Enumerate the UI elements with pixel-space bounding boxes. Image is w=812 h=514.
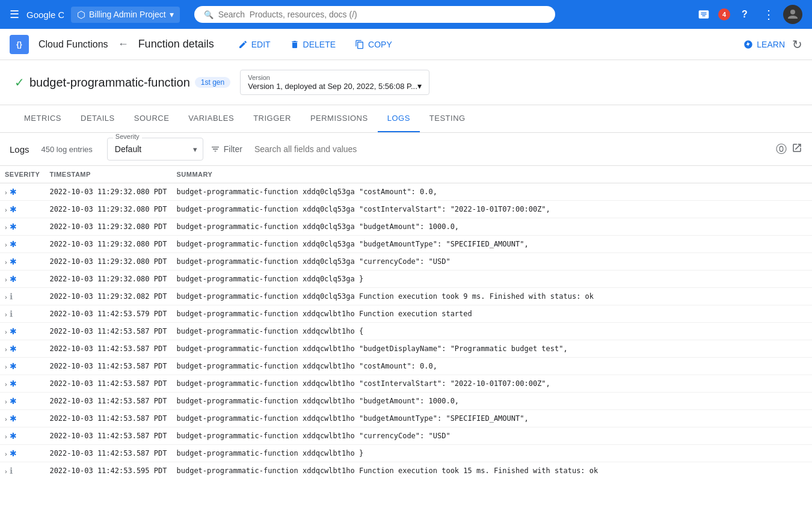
edit-button[interactable]: EDIT — [231, 36, 278, 53]
timestamp-cell: 2022-10-03 11:29:32.080 PDT — [45, 271, 171, 288]
severity-cell: ›✱ — [0, 340, 45, 358]
tab-source[interactable]: SOURCE — [125, 105, 179, 132]
copy-button[interactable]: COPY — [348, 36, 399, 53]
user-avatar[interactable] — [783, 5, 802, 24]
summary-cell: budget-programmatic-function xddq0clq53g… — [171, 236, 812, 253]
severity-icon: ℹ — [10, 309, 13, 319]
table-row[interactable]: ›✱2022-10-03 11:29:32.080 PDTbudget-prog… — [0, 183, 812, 201]
severity-icon: ℹ — [10, 292, 13, 301]
row-expand-btn[interactable]: › — [5, 346, 7, 353]
row-expand-btn[interactable]: › — [5, 381, 7, 388]
severity-cell: ›✱ — [0, 393, 45, 410]
delete-icon — [290, 40, 300, 49]
row-expand-btn[interactable]: › — [5, 241, 7, 248]
timestamp-cell: 2022-10-03 11:42:53.587 PDT — [45, 358, 171, 375]
row-expand-btn[interactable]: › — [5, 189, 7, 196]
table-row[interactable]: ›✱2022-10-03 11:29:32.080 PDTbudget-prog… — [0, 271, 812, 288]
severity-icon: ✱ — [10, 204, 17, 214]
severity-icon: ✱ — [10, 222, 17, 231]
row-expand-btn[interactable]: › — [5, 363, 7, 370]
row-expand-btn[interactable]: › — [5, 415, 7, 423]
summary-cell: budget-programmatic-function xddqcwlbt1h… — [171, 323, 812, 340]
learn-button[interactable]: LEARN — [743, 40, 785, 49]
version-label: Version — [248, 74, 270, 81]
row-expand-btn[interactable]: › — [5, 468, 7, 475]
row-expand-btn[interactable]: › — [5, 293, 7, 301]
cloud-shell-icon[interactable] — [694, 5, 713, 24]
table-row[interactable]: ›ℹ2022-10-03 11:29:32.082 PDTbudget-prog… — [0, 288, 812, 305]
timestamp-cell: 2022-10-03 11:42:53.595 PDT — [45, 462, 171, 476]
severity-cell: ›✱ — [0, 236, 45, 253]
sub-header-right: LEARN ↻ — [743, 37, 802, 52]
table-row[interactable]: ›✱2022-10-03 11:29:32.080 PDTbudget-prog… — [0, 253, 812, 271]
table-row[interactable]: ›✱2022-10-03 11:42:53.587 PDTbudget-prog… — [0, 410, 812, 427]
summary-cell: budget-programmatic-function xddq0clq53g… — [171, 183, 812, 201]
project-selector[interactable]: ⬡ Billing Admin Project ▾ — [71, 7, 180, 23]
table-row[interactable]: ›✱2022-10-03 11:29:32.080 PDTbudget-prog… — [0, 201, 812, 218]
tab-variables[interactable]: VARIABLES — [179, 105, 244, 132]
tab-permissions[interactable]: PERMISSIONS — [301, 105, 378, 132]
row-expand-btn[interactable]: › — [5, 259, 7, 266]
tab-logs[interactable]: LOGS — [378, 105, 420, 132]
search-input[interactable] — [218, 10, 546, 19]
more-options-icon[interactable]: ⋮ — [759, 5, 778, 24]
row-expand-btn[interactable]: › — [5, 311, 7, 318]
summary-cell: budget-programmatic-function xddqcwlbt1h… — [171, 340, 812, 358]
table-row[interactable]: ›✱2022-10-03 11:42:53.587 PDTbudget-prog… — [0, 375, 812, 393]
table-row[interactable]: ›✱2022-10-03 11:42:53.587 PDTbudget-prog… — [0, 340, 812, 358]
row-expand-btn[interactable]: › — [5, 224, 7, 231]
table-row[interactable]: ›✱2022-10-03 11:42:53.587 PDTbudget-prog… — [0, 323, 812, 340]
row-expand-btn[interactable]: › — [5, 433, 7, 440]
log-search-input[interactable] — [250, 141, 769, 158]
tab-details[interactable]: DETAILS — [71, 105, 125, 132]
timestamp-cell: 2022-10-03 11:42:53.587 PDT — [45, 375, 171, 393]
table-row[interactable]: ›ℹ2022-10-03 11:42:53.595 PDTbudget-prog… — [0, 462, 812, 476]
cloud-functions-icon: {} — [10, 35, 29, 54]
summary-cell: budget-programmatic-function xddqcwlbt1h… — [171, 305, 812, 323]
global-search[interactable]: 🔍 — [194, 6, 555, 23]
table-row[interactable]: ›✱2022-10-03 11:42:53.587 PDTbudget-prog… — [0, 358, 812, 375]
table-row[interactable]: ›✱2022-10-03 11:42:53.587 PDTbudget-prog… — [0, 393, 812, 410]
row-expand-btn[interactable]: › — [5, 328, 7, 335]
logs-toolbar: Logs 450 log entries Severity Default DE… — [0, 133, 812, 166]
table-row[interactable]: ›✱2022-10-03 11:42:53.587 PDTbudget-prog… — [0, 427, 812, 445]
notification-badge[interactable]: 4 — [718, 8, 730, 20]
table-row[interactable]: ›ℹ2022-10-03 11:42:53.579 PDTbudget-prog… — [0, 305, 812, 323]
table-row[interactable]: ›✱2022-10-03 11:42:53.587 PDTbudget-prog… — [0, 445, 812, 462]
status-check-icon: ✓ — [14, 75, 25, 90]
severity-cell: ›✱ — [0, 410, 45, 427]
version-selector[interactable]: Version Version 1, deployed at Sep 20, 2… — [240, 70, 429, 95]
logs-count: 450 log entries — [42, 145, 93, 154]
delete-button[interactable]: DELETE — [283, 36, 343, 53]
summary-cell: budget-programmatic-function xddqcwlbt1h… — [171, 358, 812, 375]
help-icon[interactable]: ? — [735, 5, 754, 24]
filter-button[interactable]: Filter — [211, 144, 242, 154]
row-expand-btn[interactable]: › — [5, 206, 7, 213]
row-expand-btn[interactable]: › — [5, 450, 7, 457]
table-row[interactable]: ›✱2022-10-03 11:29:32.080 PDTbudget-prog… — [0, 218, 812, 236]
svg-point-1 — [790, 10, 795, 14]
tab-trigger[interactable]: TRIGGER — [244, 105, 301, 132]
row-expand-btn[interactable]: › — [5, 398, 7, 405]
open-external-icon[interactable] — [792, 142, 802, 156]
google-wordmark: Google Cloud — [26, 8, 64, 20]
severity-cell: ›ℹ — [0, 305, 45, 323]
project-name: Billing Admin Project — [89, 10, 166, 19]
table-row[interactable]: ›✱2022-10-03 11:29:32.080 PDTbudget-prog… — [0, 236, 812, 253]
severity-cell: ›✱ — [0, 183, 45, 201]
refresh-button[interactable]: ↻ — [792, 37, 802, 52]
severity-select[interactable]: Default DEBUG INFO WARNING ERROR CRITICA… — [107, 138, 203, 161]
logs-help-icon[interactable]: ⓪ — [776, 142, 787, 156]
row-expand-btn[interactable]: › — [5, 276, 7, 283]
back-button[interactable]: ← — [118, 38, 129, 50]
menu-icon[interactable]: ☰ — [10, 8, 19, 21]
severity-filter[interactable]: Severity Default DEBUG INFO WARNING ERRO… — [107, 138, 203, 161]
timestamp-cell: 2022-10-03 11:42:53.587 PDT — [45, 340, 171, 358]
tab-metrics[interactable]: METRICS — [14, 105, 71, 132]
log-table-body: ›✱2022-10-03 11:29:32.080 PDTbudget-prog… — [0, 183, 812, 476]
gen-badge: 1st gen — [195, 77, 230, 88]
severity-cell: ›✱ — [0, 253, 45, 271]
tab-testing[interactable]: TESTING — [420, 105, 475, 132]
sub-header: {} Cloud Functions ← Function details ED… — [0, 29, 812, 60]
function-header: ✓ budget-programmatic-function 1st gen V… — [0, 60, 812, 105]
